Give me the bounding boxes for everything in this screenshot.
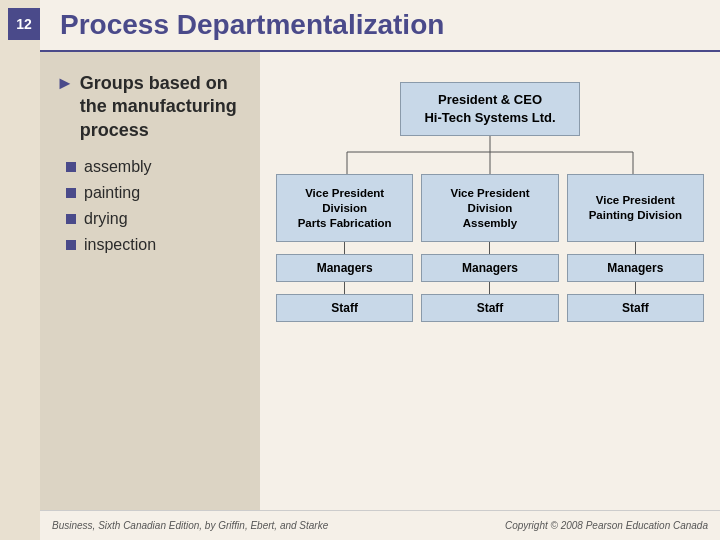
slide-number: 12 [8,8,40,40]
managers-box-1: Managers [276,254,413,282]
staff-box-2: Staff [421,294,558,322]
v-connector [489,242,490,254]
v-connector [635,242,636,254]
list-item: inspection [66,236,244,254]
footer-left: Business, Sixth Canadian Edition, by Gri… [52,520,328,531]
vp-box-2: Vice President Division Assembly [421,174,558,242]
vp-box-3: Vice President Painting Division [567,174,704,242]
vp-box-1: Vice President Division Parts Fabricatio… [276,174,413,242]
ceo-box: President & CEO Hi-Tech Systems Ltd. [400,82,580,136]
connector-svg [275,136,705,174]
main-point: ► Groups based on the manufacturing proc… [56,72,244,142]
list-item: drying [66,210,244,228]
arrow-bullet: ► [56,72,74,95]
staff-box-3: Staff [567,294,704,322]
bullet-icon [66,162,76,172]
vp-column-1: Vice President Division Parts Fabricatio… [276,174,413,322]
left-panel: ► Groups based on the manufacturing proc… [40,52,260,510]
slide-title: Process Departmentalization [60,9,444,41]
bullet-icon [66,214,76,224]
org-chart: President & CEO Hi-Tech Systems Ltd. Vic… [276,82,704,322]
list-item: assembly [66,158,244,176]
footer: Business, Sixth Canadian Edition, by Gri… [40,510,720,540]
vp-row: Vice President Division Parts Fabricatio… [276,174,704,322]
v-connector [344,242,345,254]
v-connector [344,282,345,294]
vp-column-2: Vice President Division Assembly Manager… [421,174,558,322]
v-connector [635,282,636,294]
v-connector [489,282,490,294]
vp-column-3: Vice President Painting Division Manager… [567,174,704,322]
managers-box-2: Managers [421,254,558,282]
sub-list: assembly painting drying inspection [56,158,244,262]
managers-box-3: Managers [567,254,704,282]
staff-box-1: Staff [276,294,413,322]
right-panel: President & CEO Hi-Tech Systems Ltd. Vic… [260,52,720,510]
title-bar: Process Departmentalization [40,0,720,52]
footer-right: Copyright © 2008 Pearson Education Canad… [505,520,708,531]
list-item: painting [66,184,244,202]
bullet-icon [66,188,76,198]
bullet-icon [66,240,76,250]
